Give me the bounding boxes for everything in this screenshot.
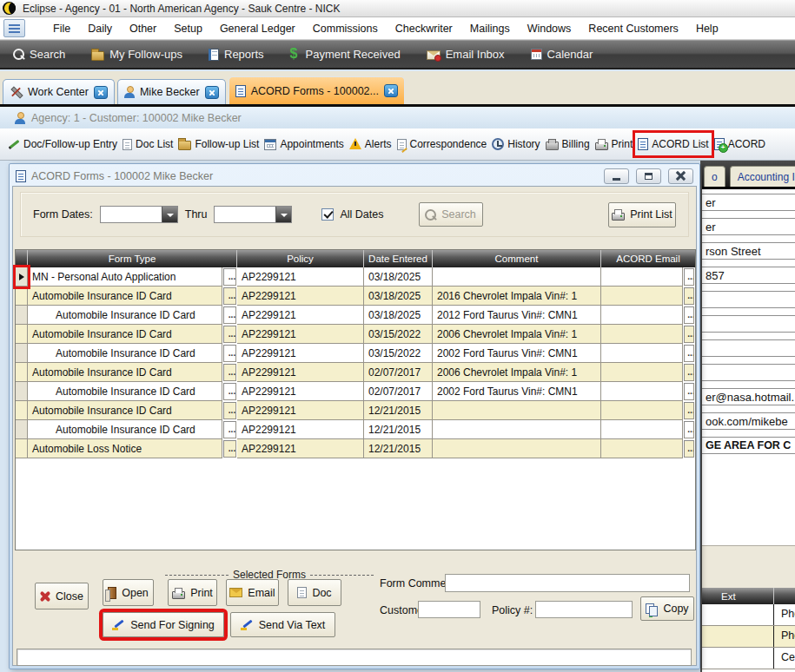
form-type-cell[interactable]: Automobile Insurance ID Card xyxy=(28,401,222,420)
status-input[interactable] xyxy=(17,649,692,666)
row-selector-gutter[interactable] xyxy=(16,287,28,306)
maximize-button[interactable] xyxy=(636,168,661,184)
menu-item[interactable]: Commissions xyxy=(304,17,387,39)
close-window-button[interactable] xyxy=(668,168,693,184)
comment-cell[interactable]: 2002 Ford Taurus Vin#: CMN1 xyxy=(433,382,601,401)
form-type-cell[interactable]: Automobile Insurance ID Card xyxy=(28,420,222,439)
table-row[interactable]: Automobile Insurance ID Card AP2299121 0… xyxy=(16,306,695,325)
form-type-cell[interactable]: Automobile Insurance ID Card xyxy=(28,363,222,382)
background-field[interactable]: ook.com/mikebe xyxy=(702,412,795,430)
search-button[interactable]: Search xyxy=(419,202,483,227)
tab-close-icon[interactable] xyxy=(384,84,398,97)
comment-cell[interactable] xyxy=(433,439,601,458)
email-button[interactable]: Email xyxy=(226,579,279,606)
row-selector-gutter[interactable] xyxy=(16,344,28,363)
row-selector-gutter[interactable] xyxy=(16,267,28,287)
acord-email-ellipsis-button[interactable] xyxy=(684,287,694,305)
menu-item[interactable]: Daily xyxy=(79,17,121,39)
customer-toolbar-item[interactable]: Correspondence xyxy=(394,133,490,155)
acord-email-cell[interactable] xyxy=(601,267,683,287)
acord-email-cell[interactable] xyxy=(601,325,683,344)
acord-email-cell[interactable] xyxy=(601,363,683,382)
acord-email-cell[interactable] xyxy=(601,344,683,363)
table-row[interactable]: Automobile Insurance ID Card AP2299121 0… xyxy=(16,344,695,363)
policy-cell[interactable]: AP2299121 xyxy=(237,325,364,344)
date-entered-cell[interactable]: 02/07/2017 xyxy=(364,382,433,401)
background-field[interactable]: er xyxy=(702,218,795,235)
row-selector-gutter[interactable] xyxy=(16,306,28,325)
acord-email-ellipsis-button[interactable] xyxy=(684,345,694,362)
customer-toolbar-item[interactable]: Billing xyxy=(543,133,593,155)
column-header-date-entered[interactable]: Date Entered xyxy=(364,250,433,267)
form-comment-input[interactable] xyxy=(445,574,690,592)
customer-toolbar-item[interactable]: Print xyxy=(593,133,636,155)
policy-cell[interactable]: AP2299121 xyxy=(237,382,364,401)
form-type-cell[interactable]: Automobile Insurance ID Card xyxy=(28,287,222,306)
tab-close-icon[interactable] xyxy=(94,86,108,99)
send-for-signing-button[interactable]: Send For Signing xyxy=(103,612,224,637)
column-header-acord-email[interactable]: ACORD Email xyxy=(601,250,695,267)
menu-item[interactable]: Checkwriter xyxy=(387,17,461,39)
background-field[interactable]: rson Street xyxy=(702,242,795,260)
background-field[interactable]: er@nasa.hotmail. xyxy=(702,388,795,405)
toolbar-item[interactable]: Calendar xyxy=(518,41,606,68)
menu-item[interactable]: Help xyxy=(687,17,727,39)
form-type-ellipsis-button[interactable] xyxy=(223,306,236,324)
acord-email-cell[interactable] xyxy=(601,420,683,439)
acord-email-ellipsis-button[interactable] xyxy=(684,421,694,438)
policy-cell[interactable]: AP2299121 xyxy=(237,287,364,306)
date-thru-dropdown[interactable] xyxy=(214,206,292,223)
date-entered-cell[interactable]: 03/15/2022 xyxy=(364,344,433,363)
table-row[interactable]: Automobile Insurance ID Card AP2299121 0… xyxy=(16,325,695,344)
toolbar-item[interactable]: Email Inbox xyxy=(414,41,518,68)
comment-cell[interactable]: 2016 Chevrolet Impala Vin#: 1 xyxy=(433,287,601,306)
document-tab[interactable]: ACORD Forms - 100002... xyxy=(229,76,405,104)
customer-toolbar-item[interactable]: Appointments xyxy=(262,133,346,155)
acord-email-ellipsis-button[interactable] xyxy=(684,326,694,343)
background-field[interactable] xyxy=(702,315,795,333)
customer-toolbar-item[interactable]: ACORD List xyxy=(635,133,711,155)
background-field[interactable] xyxy=(702,364,795,381)
send-via-text-button[interactable]: Send Via Text xyxy=(230,612,335,637)
policy-number-input[interactable] xyxy=(535,601,633,618)
form-type-ellipsis-button[interactable] xyxy=(223,440,236,458)
date-entered-cell[interactable]: 03/18/2025 xyxy=(364,267,433,287)
date-entered-cell[interactable]: 12/21/2015 xyxy=(364,401,433,420)
customer-toolbar-item[interactable]: Doc List xyxy=(120,133,176,155)
print-button[interactable]: Print xyxy=(168,579,217,606)
table-row[interactable]: Automobile Insurance ID Card AP2299121 1… xyxy=(16,401,695,420)
comment-cell[interactable]: 2012 Ford Taurus Vin#: CMN1 xyxy=(433,306,601,325)
column-header-form-type[interactable]: Form Type xyxy=(28,250,237,267)
policy-cell[interactable]: AP2299121 xyxy=(237,439,364,458)
acord-email-ellipsis-button[interactable] xyxy=(684,402,694,419)
form-type-ellipsis-button[interactable] xyxy=(223,383,236,400)
doc-button[interactable]: Doc xyxy=(288,579,341,606)
policy-cell[interactable]: AP2299121 xyxy=(237,306,364,325)
customer-toolbar-item[interactable]: Follow-up List xyxy=(176,133,262,155)
background-field[interactable]: GE AREA FOR C xyxy=(702,437,795,454)
policy-cell[interactable]: AP2299121 xyxy=(237,267,364,287)
row-selector-gutter[interactable] xyxy=(16,420,28,439)
policy-cell[interactable]: AP2299121 xyxy=(237,420,364,439)
date-entered-cell[interactable]: 03/18/2025 xyxy=(364,287,433,306)
form-type-ellipsis-button[interactable] xyxy=(223,345,236,362)
policy-cell[interactable]: AP2299121 xyxy=(237,344,364,363)
acord-email-ellipsis-button[interactable] xyxy=(684,268,694,286)
form-type-cell[interactable]: Automobile Insurance ID Card xyxy=(28,344,222,363)
acord-email-ellipsis-button[interactable] xyxy=(684,440,694,458)
comment-cell[interactable]: 2006 Chevrolet Impala Vin#: 1 xyxy=(433,363,601,382)
form-type-cell[interactable]: MN - Personal Auto Application xyxy=(28,267,222,287)
table-row[interactable]: Automobile Loss Notice AP2299121 12/21/2… xyxy=(16,439,695,458)
customer-toolbar-item[interactable]: History xyxy=(489,133,542,155)
phone-grid-row[interactable]: Cel xyxy=(702,648,795,669)
acord-email-ellipsis-button[interactable] xyxy=(684,364,694,381)
toolbar-item[interactable]: Search xyxy=(0,41,78,68)
background-field[interactable]: 857 xyxy=(702,267,795,284)
policy-cell[interactable]: AP2299121 xyxy=(237,363,364,382)
minimize-button[interactable] xyxy=(604,168,629,184)
table-row[interactable]: MN - Personal Auto Application AP2299121… xyxy=(16,267,695,287)
background-field[interactable] xyxy=(702,291,795,308)
form-type-cell[interactable]: Automobile Insurance ID Card xyxy=(28,382,222,401)
form-type-ellipsis-button[interactable] xyxy=(223,326,236,343)
form-type-cell[interactable]: Automobile Insurance ID Card xyxy=(28,325,222,344)
